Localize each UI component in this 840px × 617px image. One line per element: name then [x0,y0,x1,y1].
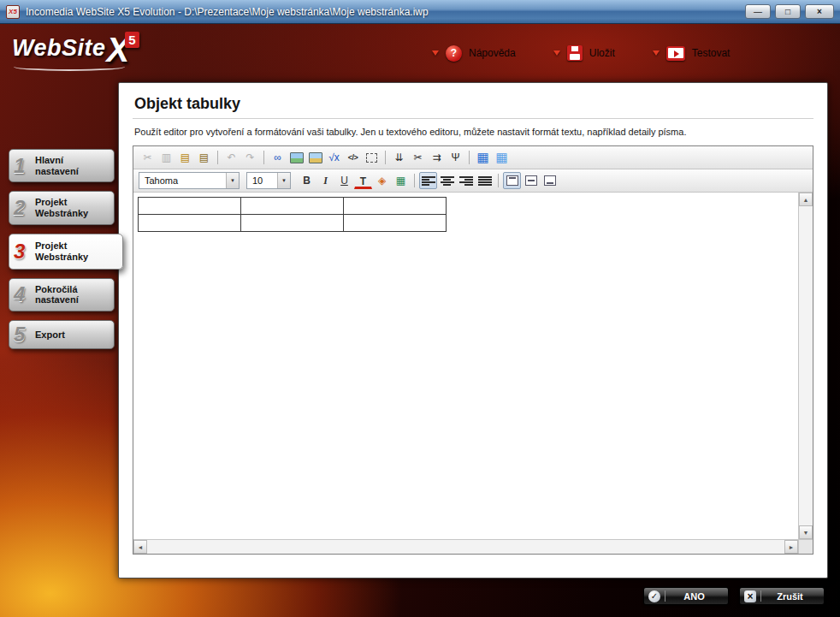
formula-icon[interactable]: √x [325,149,343,166]
dropdown-arrow-icon[interactable] [432,50,439,56]
topbar-button-label: Uložit [589,47,615,59]
ok-button[interactable]: ANO [643,587,729,605]
valign-middle-icon[interactable] [522,172,540,189]
window-title: Incomedia WebSite X5 Evolution - D:\Prez… [26,6,429,18]
scrollbar-corner [798,539,813,554]
html-code-icon[interactable]: </> [344,149,362,166]
redo-icon[interactable]: ↷ [241,149,259,166]
ok-label: ANO [667,591,728,602]
insert-row-icon[interactable]: ⇊ [390,149,408,166]
table-cell[interactable] [344,215,447,232]
step-label: Projekt Webstránky [35,197,109,218]
sidebar-item-5[interactable]: 5Export [9,320,115,349]
table-editor: ✂▥▤▤↶↷∞√x</>⇊✂⇉Ψ▦▦ Tahoma 10 BIUT◈▦ [133,145,813,555]
step-label: Hlavní nastavení [35,155,109,176]
step-number: 3 [14,240,25,264]
underline-icon[interactable]: U [335,172,353,189]
chevron-down-icon [226,173,239,188]
table-cells-icon[interactable]: ▦ [493,149,511,166]
step-label: Pokročilá nastavení [35,284,109,306]
window-controls: — □ × [745,4,834,19]
selection-icon[interactable] [363,149,381,166]
scroll-down-button[interactable] [799,525,813,539]
button-divider [665,590,665,602]
vertical-scrollbar[interactable] [798,193,813,539]
align-center-icon[interactable] [438,172,456,189]
undo-icon[interactable]: ↶ [222,149,240,166]
font-size-select[interactable]: 10 [246,172,291,189]
close-button[interactable]: × [805,4,834,19]
valign-bottom-icon[interactable] [541,172,559,189]
topbar-button-label: Nápověda [469,47,516,59]
main-panel: Objekt tabulky Použít editor pro vytvoře… [118,82,828,578]
horizontal-scrollbar[interactable] [133,539,798,554]
editor-canvas[interactable] [133,193,798,539]
link-icon[interactable]: ∞ [269,149,287,166]
scroll-left-button[interactable] [133,540,147,554]
help-icon [446,45,462,62]
align-justify-icon[interactable] [476,172,494,189]
copy-icon[interactable]: ▥ [157,149,175,166]
save-icon [567,45,583,61]
toolbar-separator [414,174,415,187]
table-cell[interactable] [241,198,344,215]
logo-five: 5 [125,32,139,48]
text-color-icon[interactable]: T [354,175,372,189]
step-number: 5 [14,323,25,347]
font-family-select[interactable]: Tahoma [139,172,240,189]
step-number: 4 [14,282,25,306]
toolbar-separator [469,151,470,164]
dropdown-arrow-icon[interactable] [553,50,560,56]
page-title: Objekt tabulky [134,95,813,113]
web-image-icon[interactable] [306,149,324,166]
scroll-right-button[interactable] [784,540,798,554]
step-number: 1 [14,154,25,178]
table-cell[interactable] [344,198,447,215]
toolbar-separator [263,151,264,164]
column-options-icon[interactable]: Ψ [447,149,464,166]
fill-color-icon[interactable]: ◈ [373,172,391,189]
logo-brand: WebSite [12,35,106,61]
cancel-button[interactable]: Zrušit [739,587,825,605]
sidebar-item-4[interactable]: 4Pokročilá nastavení [9,278,115,311]
topbar: NápovědaUložitTestovat [432,41,730,65]
valign-top-icon[interactable] [503,172,521,189]
paste-special-icon[interactable]: ▤ [195,149,213,166]
title-bar: X5 Incomedia WebSite X5 Evolution - D:\P… [0,0,840,24]
editor-toolbar-1: ✂▥▤▤↶↷∞√x</>⇊✂⇉Ψ▦▦ [133,146,813,169]
maximize-button[interactable]: □ [775,4,801,19]
insert-column-icon[interactable]: ⇉ [428,149,446,166]
font-family-value: Tahoma [145,175,226,186]
sidebar-item-2[interactable]: 2Projekt Webstránky [9,191,115,224]
bold-icon[interactable]: B [298,172,316,189]
sidebar-item-1[interactable]: 1Hlavní nastavení [9,149,115,182]
paste-icon[interactable]: ▤ [176,149,194,166]
table-cell[interactable] [241,215,344,232]
topbar-button-label: Testovat [692,47,731,59]
title-divider [133,118,813,119]
cut-icon[interactable]: ✂ [139,149,157,166]
table-cell[interactable] [139,198,241,215]
step-label: Projekt Webstránky [35,240,117,262]
table-icon[interactable]: ▦ [474,149,492,166]
cell-color-icon[interactable]: ▦ [392,172,410,189]
chevron-down-icon [277,173,290,188]
step-label: Export [35,329,65,341]
image-icon[interactable] [287,149,305,166]
test-button[interactable]: Testovat [653,46,731,61]
minimize-button[interactable]: — [745,4,771,19]
table-cell[interactable] [139,215,241,232]
scroll-up-button[interactable] [799,193,813,206]
save-button[interactable]: Uložit [553,45,615,61]
content-table[interactable] [138,197,447,232]
align-right-icon[interactable] [457,172,475,189]
help-button[interactable]: Nápověda [432,45,516,62]
italic-icon[interactable]: I [316,172,334,189]
sidebar-item-3[interactable]: 3Projekt Webstránky [9,234,123,270]
align-left-icon[interactable] [419,172,437,189]
check-icon [648,590,660,602]
font-size-value: 10 [252,175,277,186]
test-icon [666,46,685,61]
dropdown-arrow-icon[interactable] [653,50,660,56]
delete-row-icon[interactable]: ✂ [409,149,427,166]
